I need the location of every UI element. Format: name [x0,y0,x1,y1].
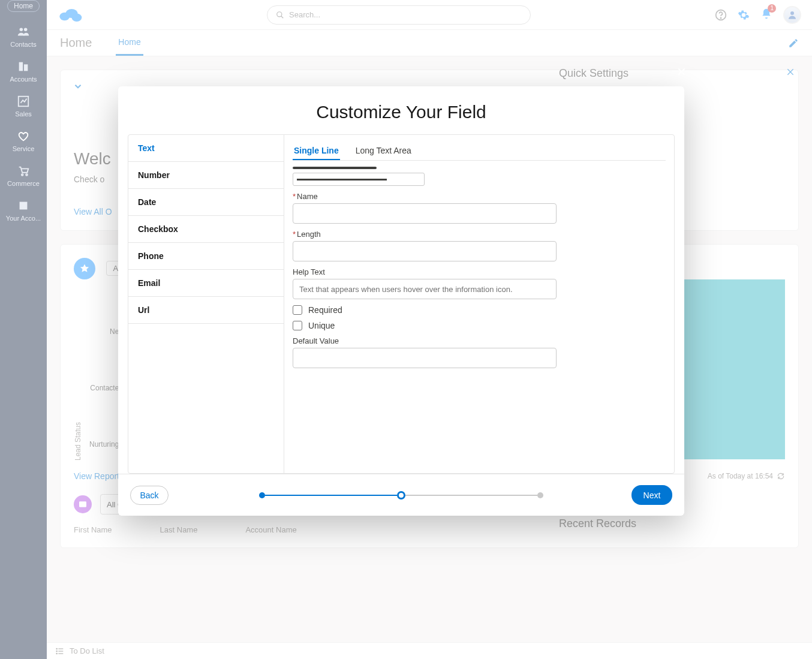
type-email[interactable]: Email [128,270,284,297]
progress-stepper [118,491,684,499]
step-line-2 [405,495,537,496]
required-checkbox[interactable] [293,305,302,315]
step-1-done [259,492,265,498]
type-phone[interactable]: Phone [128,243,284,270]
default-label: Default Value [293,336,666,345]
field-type-list: Text Number Date Checkbox Phone Email Ur… [128,135,284,473]
preview-input [293,173,425,186]
type-url[interactable]: Url [128,297,284,324]
type-text[interactable]: Text [128,135,284,162]
name-input[interactable] [293,203,557,224]
subtab-single-line[interactable]: Single Line [293,142,340,160]
next-button[interactable]: Next [631,485,672,505]
modal-footer: Back Next [118,474,684,516]
subtab-long-text[interactable]: Long Text Area [354,142,413,160]
form-area: Single Line Long Text Area *Name *Length… [284,135,674,473]
type-checkbox[interactable]: Checkbox [128,216,284,243]
modal-title: Customize Your Field [118,86,684,134]
preview-bar [293,167,377,169]
type-date[interactable]: Date [128,189,284,216]
subtabs: Single Line Long Text Area [293,142,666,161]
length-label: *Length [293,230,666,239]
unique-row[interactable]: Unique [293,321,666,330]
modal-body: Text Number Date Checkbox Phone Email Ur… [128,134,675,474]
step-3-todo [537,492,543,498]
type-number[interactable]: Number [128,162,284,189]
name-label: *Name [293,192,666,201]
unique-checkbox[interactable] [293,321,302,330]
length-input[interactable] [293,241,557,261]
modal-close-button[interactable]: ✕ [676,65,687,79]
help-input[interactable] [293,279,557,299]
required-row[interactable]: Required [293,305,666,315]
unique-label: Unique [308,321,335,330]
required-label: Required [308,305,342,315]
help-label: Help Text [293,267,666,276]
step-2-current [397,491,405,499]
customize-field-modal: ✕ Customize Your Field Text Number Date … [118,86,684,516]
step-line-1 [265,495,397,496]
back-button[interactable]: Back [130,486,169,505]
default-input[interactable] [293,348,557,368]
